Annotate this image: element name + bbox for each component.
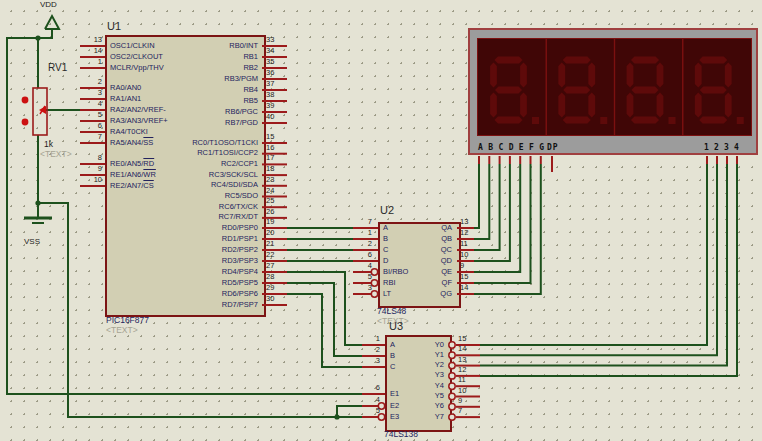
pin-name: RD3/PSP3 — [120, 257, 258, 265]
inverting-bubble-icon — [371, 280, 377, 286]
pin-number: 4 — [344, 262, 372, 270]
pin-name: QC — [400, 246, 452, 254]
pin-number: 3 — [352, 357, 380, 365]
pin-name: C — [390, 363, 395, 371]
pin-name: Y4 — [400, 382, 444, 390]
pin-number: 36 — [266, 69, 274, 77]
pin-number: 1 — [344, 229, 372, 237]
pin-number: 21 — [266, 240, 274, 248]
pin-number: 29 — [266, 284, 274, 292]
pin-name: Y0 — [400, 341, 444, 349]
pin-number: 25 — [266, 197, 274, 205]
pin-number: 24 — [266, 187, 274, 195]
pin-name: RC5/SDO — [120, 192, 258, 200]
pin-number: 30 — [266, 295, 274, 303]
pin-name: LT — [383, 290, 391, 298]
pin-name: RD1/PSP1 — [120, 235, 258, 243]
pin-number: 1 — [352, 335, 380, 343]
pin-name: RA4/T0CKI — [110, 128, 148, 136]
pin-name: RC7/RX/DT — [120, 213, 258, 221]
pin-number: 20 — [266, 229, 274, 237]
pin-number: 11 — [458, 376, 466, 384]
wire[interactable] — [474, 164, 520, 272]
pin-number: 38 — [266, 91, 274, 99]
inverting-bubble-icon — [449, 342, 455, 348]
wire[interactable] — [474, 164, 500, 250]
pin-number: 9 — [458, 397, 462, 405]
pin-name: RB0/INT — [120, 42, 258, 50]
pin-number: 40 — [266, 113, 274, 121]
pin-number: 14 — [70, 47, 102, 55]
inverting-bubble-icon — [449, 352, 455, 358]
pin-name: A — [383, 224, 388, 232]
pin-number: 3 — [344, 284, 372, 292]
pin-number: 3 — [70, 89, 102, 97]
u1-placeholder: <TEXT> — [106, 326, 138, 335]
pin-number: 17 — [266, 154, 274, 162]
u2-part: 74LS48 — [377, 307, 406, 316]
wire[interactable] — [7, 29, 362, 394]
pin-number: 33 — [266, 36, 274, 44]
pin-number: 12 — [458, 366, 466, 374]
pin-number: 4 — [70, 100, 102, 108]
pin-number: 2 — [344, 240, 372, 248]
u2-ref: U2 — [380, 204, 394, 216]
wire[interactable] — [480, 164, 707, 345]
pin-name: RD7/PSP7 — [120, 301, 258, 309]
pin-number: 26 — [266, 208, 274, 216]
pin-name: RC3/SCK/SCL — [120, 171, 258, 179]
inverting-bubble-icon — [371, 269, 377, 275]
junction-dot — [35, 200, 40, 205]
pin-number: 15 — [458, 335, 466, 343]
pin-name: RC2/CCP1 — [120, 160, 258, 168]
pin-name: RB7/PGD — [120, 119, 258, 127]
pin-name: Y2 — [400, 361, 444, 369]
pin-name: RB5 — [120, 97, 258, 105]
inverting-bubble-icon — [371, 291, 377, 297]
pin-name: C — [383, 246, 388, 254]
pin-number: 16 — [266, 144, 274, 152]
vdd-label: VDD — [40, 1, 57, 10]
wire[interactable] — [480, 164, 727, 366]
pin-number: 6 — [352, 384, 380, 392]
wire[interactable] — [474, 164, 479, 228]
pin-name: QF — [400, 279, 452, 287]
pot-decrease-button[interactable] — [22, 119, 29, 126]
pin-number: 10 — [460, 251, 468, 259]
pin-name: Y1 — [400, 351, 444, 359]
pin-name: RC6/TX/CK — [120, 203, 258, 211]
pin-number: 19 — [266, 218, 274, 226]
pot-increase-button[interactable] — [22, 97, 29, 104]
pin-name: D — [383, 257, 388, 265]
inverting-bubble-icon — [449, 404, 455, 410]
u1-part: PIC16F877 — [106, 316, 149, 325]
pin-number: 7 — [458, 407, 462, 415]
junction-dot — [35, 35, 40, 40]
wire[interactable] — [474, 164, 531, 283]
wire[interactable] — [480, 164, 717, 355]
pin-number: 7 — [70, 133, 102, 141]
pin-name: Y3 — [400, 371, 444, 379]
schematic-canvas[interactable]: VDD VSS RV1 1k <TEXT> U1 PIC16F877 <TEXT… — [0, 0, 762, 441]
pin-name: RBI — [383, 279, 396, 287]
pin-name: RB2 — [120, 64, 258, 72]
pin-name: RC0/T1OSO/T1CKI — [120, 139, 258, 147]
pin-number: 14 — [460, 284, 468, 292]
pin-name: A — [390, 341, 395, 349]
vss-label: VSS — [24, 238, 40, 247]
pin-number: 6 — [70, 122, 102, 130]
pin-name: RB4 — [120, 86, 258, 94]
pin-name: E2 — [390, 402, 399, 410]
pin-name: B — [390, 352, 395, 360]
pin-name: QG — [400, 290, 452, 298]
pin-number: 15 — [266, 133, 274, 141]
pin-number: 2 — [70, 78, 102, 86]
pin-name: QA — [400, 224, 452, 232]
u1-ref: U1 — [107, 20, 121, 32]
u3-ref: U3 — [389, 320, 403, 332]
inverting-bubble-icon — [449, 393, 455, 399]
pin-number: 23 — [266, 176, 274, 184]
pin-number: 22 — [266, 251, 274, 259]
pin-number: 6 — [344, 251, 372, 259]
pin-number: 10 — [70, 176, 102, 184]
